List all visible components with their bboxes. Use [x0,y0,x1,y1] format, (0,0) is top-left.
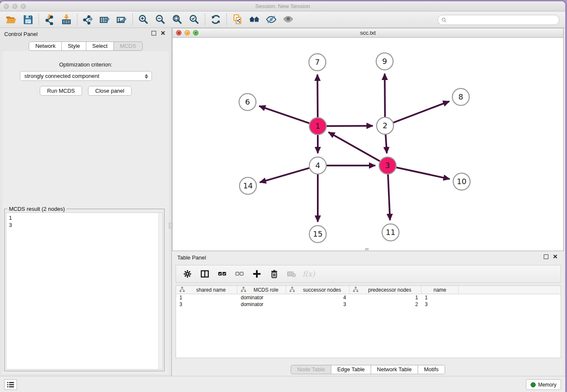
graph-node-11[interactable]: 11 [382,224,399,241]
table-cell[interactable]: 4 [286,294,350,301]
graph-node-6[interactable]: 6 [239,94,256,110]
graph-edge-1-7[interactable] [317,75,318,117]
table-float-panel-icon[interactable] [544,254,548,259]
refresh-view-button[interactable] [207,12,224,27]
unselect-all-columns-button[interactable] [231,267,247,281]
show-column-button[interactable] [197,267,212,281]
graph-node-9[interactable]: 9 [376,53,393,70]
ndex-home-button[interactable] [246,12,263,27]
table-cell[interactable]: 1 [421,294,459,301]
graph-edge-3-1[interactable] [328,132,380,161]
share-network-ndex-button[interactable] [229,12,246,27]
graph-node-14[interactable]: 14 [239,177,256,194]
tab-mcds[interactable]: MCDS [114,41,142,51]
zoom-out-button[interactable] [152,12,169,27]
table-cell[interactable]: dominator [237,294,286,301]
select-all-columns-button[interactable] [214,267,230,281]
graph-edge-2-3[interactable] [385,135,387,153]
network-window-titlebar[interactable]: ✕ − + scc.txt [173,28,563,38]
tab-style[interactable]: Style [62,41,86,51]
table-cell[interactable]: 1 [176,294,237,301]
graph-edge-1-2[interactable] [327,126,373,126]
network-canvas[interactable]: 7968124314101511 [173,38,563,251]
panel-divider-handle[interactable] [169,223,172,229]
column-header-MCDS-role[interactable]: MCDS role [237,286,286,294]
graph-edge-4-14[interactable] [260,168,309,182]
table-cell[interactable]: 3 [176,301,237,308]
open-file-button[interactable] [3,12,19,27]
close-window-button[interactable] [4,4,9,9]
export-network-button[interactable] [80,12,96,27]
minimize-window-button[interactable] [12,4,17,9]
graph-node-4[interactable]: 4 [309,157,326,174]
zoom-in-button[interactable] [135,12,152,27]
graph-node-3[interactable]: 3 [379,157,396,174]
search-input[interactable] [449,17,556,23]
import-table-button[interactable] [58,12,75,27]
column-header-predecessor-nodes[interactable]: predecessor nodes [350,286,421,294]
graph-node-8[interactable]: 8 [452,88,469,105]
network-graph[interactable]: 7968124314101511 [173,38,563,251]
search-field[interactable] [438,15,559,25]
mcds-result-list[interactable]: 13 [6,213,163,370]
run-mcds-button[interactable]: Run MCDS [40,86,82,96]
app-titlebar[interactable]: Session: New Session [0,1,565,11]
column-header-shared-name[interactable]: shared name [176,286,237,294]
graph-node-1[interactable]: 1 [309,118,326,135]
tab-select[interactable]: Select [86,41,114,51]
tab-motifs[interactable]: Motifs [418,365,445,374]
tab-edge-table[interactable]: Edge Table [331,365,371,374]
optimization-criterion-select[interactable]: strongly connected component [20,71,152,81]
graph-node-10[interactable]: 10 [453,173,470,190]
result-scrollbar[interactable] [158,213,162,369]
graph-node-2[interactable]: 2 [377,117,394,134]
float-panel-icon[interactable] [151,31,156,36]
graph-node-7[interactable]: 7 [309,54,326,71]
export-table-button[interactable] [96,12,113,27]
save-session-button[interactable] [19,12,36,27]
close-panel-icon[interactable]: ✕ [160,31,165,36]
table-cell[interactable]: 1 [350,294,421,301]
zoom-in-icon [138,14,149,25]
table-cell[interactable]: dominator [237,301,286,308]
canvas-scroll-handle[interactable] [365,248,369,250]
network-close-button[interactable]: ✕ [176,30,182,36]
hide-graphics-details-button[interactable] [263,12,280,27]
create-column-button[interactable] [249,267,264,281]
graph-edge-1-6[interactable] [259,106,309,123]
table-row[interactable]: 1dominator411 [176,294,561,301]
memory-button[interactable]: Memory [526,379,561,390]
graph-node-15[interactable]: 15 [309,226,326,243]
import-network-button[interactable] [41,12,58,27]
export-image-button[interactable] [113,12,130,27]
delete-columns-button[interactable] [266,267,282,281]
task-history-button[interactable] [4,379,17,390]
zoom-window-button[interactable] [21,4,26,9]
graph-edge-2-9[interactable] [385,74,385,117]
column-header-name[interactable]: name [421,286,459,294]
column-header-successor-nodes[interactable]: successor nodes [286,286,350,294]
show-column-icon [200,269,209,279]
fit-content-button[interactable] [169,12,186,27]
tab-node-table[interactable]: Node Table [291,365,331,374]
network-maximize-button[interactable]: + [193,30,198,36]
tab-network[interactable]: Network [29,41,62,51]
close-panel-button[interactable]: Close panel [88,86,132,96]
table-close-panel-icon[interactable]: ✕ [553,254,558,259]
toolbar-separator [226,14,227,25]
table-panel: Table Panel ✕ f(x) shared nameMCDS roles… [172,251,564,376]
network-minimize-button[interactable]: − [184,30,190,36]
graph-edge-3-11[interactable] [388,174,390,220]
table-cell[interactable]: 3 [421,301,459,308]
graph-edge-2-8[interactable] [394,101,449,122]
show-graphics-details-button[interactable] [280,12,297,27]
tab-network-table[interactable]: Network Table [371,365,418,374]
table-options-button[interactable] [179,267,195,281]
graph-edge-3-10[interactable] [396,167,450,179]
table-row[interactable]: 3dominator323 [176,301,561,308]
table-cell[interactable]: 3 [286,301,350,308]
show-graphics-details-icon [283,14,294,25]
zoom-selected-button[interactable] [186,12,203,27]
main-area: Control Panel ✕ NetworkStyleSelectMCDS O… [0,28,565,376]
table-cell[interactable]: 2 [350,301,421,308]
